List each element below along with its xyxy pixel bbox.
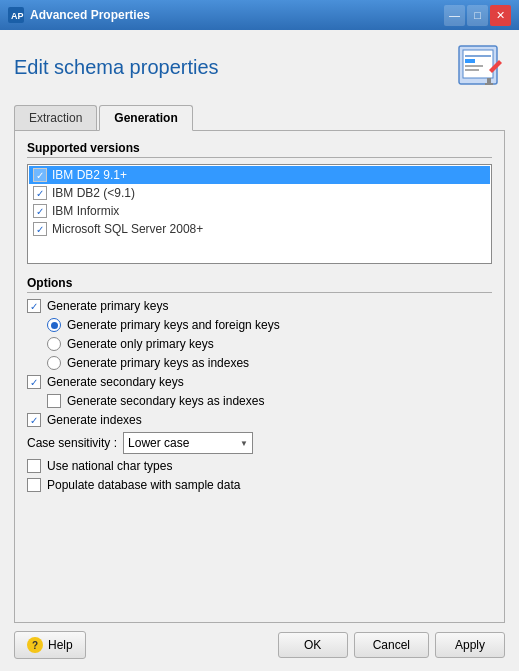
- list-item-label: IBM DB2 (<9.1): [52, 186, 135, 200]
- list-item[interactable]: IBM DB2 9.1+: [29, 166, 490, 184]
- generate-secondary-keys-as-indexes-row: Generate secondary keys as indexes: [47, 394, 492, 408]
- radio-pk-indexes-label: Generate primary keys as indexes: [67, 356, 249, 370]
- svg-rect-5: [465, 59, 475, 63]
- generate-primary-keys-row: Generate primary keys: [27, 299, 492, 313]
- svg-rect-7: [465, 69, 479, 71]
- tab-extraction[interactable]: Extraction: [14, 105, 97, 130]
- generate-indexes-row: Generate indexes: [27, 413, 492, 427]
- apply-button[interactable]: Apply: [435, 632, 505, 658]
- title-bar: AP Advanced Properties — □ ✕: [0, 0, 519, 30]
- supported-versions-section: Supported versions IBM DB2 9.1+ IBM DB2 …: [27, 141, 492, 264]
- tab-generation[interactable]: Generation: [99, 105, 192, 131]
- case-sensitivity-row: Case sensitivity : Lower case Upper case…: [27, 432, 492, 454]
- case-sensitivity-select-wrapper: Lower case Upper case Mixed case: [123, 432, 253, 454]
- check-icon: [33, 222, 47, 236]
- versions-list[interactable]: IBM DB2 9.1+ IBM DB2 (<9.1) IBM Informix…: [27, 164, 492, 264]
- generate-indexes-label: Generate indexes: [47, 413, 142, 427]
- radio-pk-fk-row: Generate primary keys and foreign keys: [47, 318, 492, 332]
- populate-database-checkbox[interactable]: [27, 478, 41, 492]
- case-sensitivity-label: Case sensitivity :: [27, 436, 117, 450]
- help-label: Help: [48, 638, 73, 652]
- generate-secondary-keys-as-indexes-label: Generate secondary keys as indexes: [67, 394, 264, 408]
- options-section: Options Generate primary keys Generate p…: [27, 276, 492, 492]
- dialog-body: Edit schema properties Extraction Genera…: [0, 30, 519, 671]
- help-icon: ?: [27, 637, 43, 653]
- svg-rect-6: [465, 65, 483, 67]
- generate-secondary-keys-row: Generate secondary keys: [27, 375, 492, 389]
- radio-pk-only[interactable]: [47, 337, 61, 351]
- radio-pk-indexes-row: Generate primary keys as indexes: [47, 356, 492, 370]
- minimize-button[interactable]: —: [444, 5, 465, 26]
- use-national-char-label: Use national char types: [47, 459, 172, 473]
- use-national-char-row: Use national char types: [27, 459, 492, 473]
- radio-pk-only-row: Generate only primary keys: [47, 337, 492, 351]
- title-bar-text: Advanced Properties: [30, 8, 438, 22]
- check-icon: [33, 204, 47, 218]
- list-item[interactable]: IBM Informix: [29, 202, 490, 220]
- radio-pk-only-label: Generate only primary keys: [67, 337, 214, 351]
- generate-primary-keys-label: Generate primary keys: [47, 299, 168, 313]
- footer-left: ? Help: [14, 631, 86, 659]
- use-national-char-checkbox[interactable]: [27, 459, 41, 473]
- help-button[interactable]: ? Help: [14, 631, 86, 659]
- list-item-label: IBM Informix: [52, 204, 119, 218]
- cancel-button[interactable]: Cancel: [354, 632, 429, 658]
- content-area: Supported versions IBM DB2 9.1+ IBM DB2 …: [14, 131, 505, 623]
- case-sensitivity-select[interactable]: Lower case Upper case Mixed case: [123, 432, 253, 454]
- radio-pk-fk-label: Generate primary keys and foreign keys: [67, 318, 280, 332]
- tabs-container: Extraction Generation: [14, 105, 505, 131]
- footer: ? Help OK Cancel Apply: [14, 623, 505, 661]
- options-title: Options: [27, 276, 492, 293]
- generate-secondary-keys-as-indexes-checkbox[interactable]: [47, 394, 61, 408]
- generate-primary-keys-checkbox[interactable]: [27, 299, 41, 313]
- check-icon: [33, 186, 47, 200]
- radio-pk-indexes[interactable]: [47, 356, 61, 370]
- header-icon: [457, 42, 505, 93]
- list-item[interactable]: IBM DB2 (<9.1): [29, 184, 490, 202]
- title-bar-controls: — □ ✕: [444, 5, 511, 26]
- ok-button[interactable]: OK: [278, 632, 348, 658]
- list-item-label: Microsoft SQL Server 2008+: [52, 222, 203, 236]
- generate-indexes-checkbox[interactable]: [27, 413, 41, 427]
- generate-secondary-keys-checkbox[interactable]: [27, 375, 41, 389]
- radio-pk-fk[interactable]: [47, 318, 61, 332]
- check-icon: [33, 168, 47, 182]
- svg-text:AP: AP: [11, 11, 24, 21]
- generate-secondary-keys-label: Generate secondary keys: [47, 375, 184, 389]
- svg-rect-3: [463, 50, 493, 78]
- maximize-button[interactable]: □: [467, 5, 488, 26]
- list-item[interactable]: Microsoft SQL Server 2008+: [29, 220, 490, 238]
- app-icon: AP: [8, 7, 24, 23]
- list-item-label: IBM DB2 9.1+: [52, 168, 127, 182]
- dialog-title: Edit schema properties: [14, 56, 219, 79]
- supported-versions-title: Supported versions: [27, 141, 492, 158]
- close-button[interactable]: ✕: [490, 5, 511, 26]
- populate-database-label: Populate database with sample data: [47, 478, 240, 492]
- header-area: Edit schema properties: [14, 42, 505, 93]
- populate-database-row: Populate database with sample data: [27, 478, 492, 492]
